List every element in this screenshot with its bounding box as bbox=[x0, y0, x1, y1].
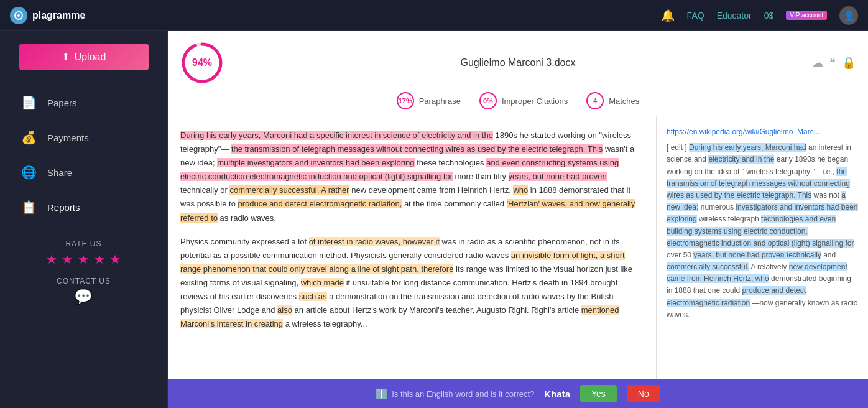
doc-title-text: Guglielmo Marconi 3.docx bbox=[461, 57, 576, 68]
doc-title-row: 94% Guglielmo Marconi 3.docx ☁ ❝ 🔒 bbox=[180, 41, 856, 85]
logo-icon bbox=[10, 7, 27, 24]
content-area: 94% Guglielmo Marconi 3.docx ☁ ❝ 🔒 17% P… bbox=[168, 31, 868, 408]
educator-link[interactable]: Educator bbox=[717, 11, 752, 21]
stat-paraphrase: 17% Paraphrase bbox=[397, 92, 461, 109]
citations-label: Improper Citations bbox=[502, 96, 568, 106]
share-icon: 🌐 bbox=[19, 162, 39, 182]
quote-icon[interactable]: ❝ bbox=[829, 56, 836, 70]
cloud-icon[interactable]: ☁ bbox=[812, 56, 823, 70]
chat-icon[interactable]: 💬 bbox=[57, 288, 111, 305]
navbar: plagramme 🔔 FAQ Educator 0$ VIP account … bbox=[0, 0, 868, 31]
source-sidebar[interactable]: https://en.wikipedia.org/wiki/Guglielmo_… bbox=[657, 116, 868, 379]
plagiarism-score-circle: 94% bbox=[180, 41, 224, 85]
document-body: During his early years, Marconi had a sp… bbox=[168, 116, 868, 379]
papers-icon: 📄 bbox=[19, 93, 39, 113]
rate-us-label: RATE US bbox=[46, 239, 121, 248]
stat-matches: 4 Matches bbox=[586, 92, 639, 109]
matches-circle: 4 bbox=[586, 92, 604, 109]
source-url[interactable]: https://en.wikipedia.org/wiki/Guglielmo_… bbox=[667, 126, 858, 138]
reports-icon: 📋 bbox=[19, 197, 39, 217]
paragraph-1: During his early years, Marconi had a sp… bbox=[180, 129, 644, 225]
bottom-question-bar: ℹ️ Is this an English word and is it cor… bbox=[168, 379, 868, 408]
contact-us-label: CONTACT US bbox=[57, 277, 111, 285]
score-text: 94% bbox=[192, 57, 212, 68]
upload-button[interactable]: ⬆ Upload bbox=[19, 44, 149, 70]
sidebar-item-share[interactable]: 🌐 Share bbox=[0, 155, 167, 190]
contact-us-section: CONTACT US 💬 bbox=[57, 277, 111, 305]
lock-icon[interactable]: 🔒 bbox=[842, 56, 856, 70]
question-text: Is this an English word and is it correc… bbox=[392, 389, 534, 399]
document-text[interactable]: During his early years, Marconi had a sp… bbox=[168, 116, 657, 379]
info-icon: ℹ️ bbox=[376, 388, 388, 400]
star-rating[interactable]: ★ ★ ★ ★ ★ bbox=[46, 252, 121, 267]
sidebar: ⬆ Upload 📄 Papers 💰 Payments 🌐 Share 📋 R… bbox=[0, 31, 168, 408]
doc-action-icons: ☁ ❝ 🔒 bbox=[812, 56, 856, 70]
paragraph-2: Physics community expressed a lot of int… bbox=[180, 235, 644, 332]
matches-label: Matches bbox=[609, 96, 639, 106]
reports-label: Reports bbox=[47, 202, 80, 213]
balance-display: 0$ bbox=[764, 11, 774, 21]
no-button[interactable]: No bbox=[627, 385, 660, 402]
payments-icon: 💰 bbox=[19, 128, 39, 147]
share-label: Share bbox=[47, 167, 72, 178]
document-header: 94% Guglielmo Marconi 3.docx ☁ ❝ 🔒 17% P… bbox=[168, 31, 868, 116]
sidebar-item-reports[interactable]: 📋 Reports bbox=[0, 190, 167, 225]
user-avatar[interactable]: 👤 bbox=[839, 6, 858, 25]
vip-badge[interactable]: VIP account bbox=[786, 11, 827, 20]
payments-label: Payments bbox=[47, 132, 89, 143]
doc-stats: 17% Paraphrase 0% Improper Citations 4 M… bbox=[397, 92, 640, 109]
main-layout: ⬆ Upload 📄 Papers 💰 Payments 🌐 Share 📋 R… bbox=[0, 31, 868, 408]
papers-label: Papers bbox=[47, 98, 77, 108]
upload-icon: ⬆ bbox=[62, 51, 70, 63]
rate-us-section: RATE US ★ ★ ★ ★ ★ bbox=[46, 239, 121, 267]
faq-link[interactable]: FAQ bbox=[687, 11, 704, 21]
paraphrase-label: Paraphrase bbox=[419, 96, 461, 106]
citations-circle: 0% bbox=[479, 92, 497, 109]
stat-citations: 0% Improper Citations bbox=[479, 92, 568, 109]
question-info: ℹ️ Is this an English word and is it cor… bbox=[376, 388, 534, 400]
doc-title: Guglielmo Marconi 3.docx bbox=[236, 57, 800, 68]
svg-point-1 bbox=[17, 14, 20, 17]
logo-text: plagramme bbox=[32, 10, 85, 21]
source-edit-tag: [ edit ] During his early years, Marconi… bbox=[667, 142, 858, 321]
yes-button[interactable]: Yes bbox=[580, 385, 617, 402]
bell-icon[interactable]: 🔔 bbox=[661, 9, 675, 22]
navbar-right: 🔔 FAQ Educator 0$ VIP account 👤 bbox=[661, 6, 858, 25]
sidebar-item-papers[interactable]: 📄 Papers bbox=[0, 85, 167, 120]
sidebar-item-payments[interactable]: 💰 Payments bbox=[0, 120, 167, 155]
app-logo: plagramme bbox=[10, 7, 85, 24]
questioned-word: Khata bbox=[544, 389, 570, 399]
paraphrase-circle: 17% bbox=[397, 92, 414, 109]
